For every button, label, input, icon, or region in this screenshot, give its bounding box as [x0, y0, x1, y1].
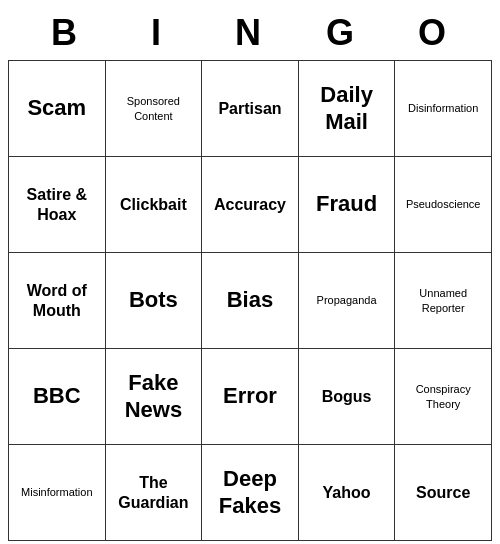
cell-r2-c1: Bots — [105, 253, 202, 349]
cell-r0-c0: Scam — [9, 61, 106, 157]
cell-r2-c3: Propaganda — [298, 253, 395, 349]
cell-r3-c1: Fake News — [105, 349, 202, 445]
cell-r3-c0: BBC — [9, 349, 106, 445]
cell-r0-c1: Sponsored Content — [105, 61, 202, 157]
cell-r0-c4: Disinformation — [395, 61, 492, 157]
cell-r1-c2: Accuracy — [202, 157, 299, 253]
cell-r3-c3: Bogus — [298, 349, 395, 445]
cell-r2-c0: Word of Mouth — [9, 253, 106, 349]
letter-g: G — [296, 12, 388, 54]
cell-r0-c2: Partisan — [202, 61, 299, 157]
cell-r4-c3: Yahoo — [298, 445, 395, 541]
letter-i: I — [112, 12, 204, 54]
letter-n: N — [204, 12, 296, 54]
cell-r3-c4: Conspiracy Theory — [395, 349, 492, 445]
cell-r4-c1: The Guardian — [105, 445, 202, 541]
letter-o: O — [388, 12, 480, 54]
cell-r3-c2: Error — [202, 349, 299, 445]
cell-r2-c2: Bias — [202, 253, 299, 349]
cell-r4-c2: Deep Fakes — [202, 445, 299, 541]
bingo-header: B I N G O — [8, 8, 492, 60]
cell-r4-c4: Source — [395, 445, 492, 541]
cell-r4-c0: Misinformation — [9, 445, 106, 541]
bingo-grid: ScamSponsored ContentPartisanDaily MailD… — [8, 60, 492, 541]
cell-r2-c4: Unnamed Reporter — [395, 253, 492, 349]
cell-r0-c3: Daily Mail — [298, 61, 395, 157]
cell-r1-c3: Fraud — [298, 157, 395, 253]
cell-r1-c0: Satire & Hoax — [9, 157, 106, 253]
cell-r1-c1: Clickbait — [105, 157, 202, 253]
letter-b: B — [20, 12, 112, 54]
cell-r1-c4: Pseudoscience — [395, 157, 492, 253]
